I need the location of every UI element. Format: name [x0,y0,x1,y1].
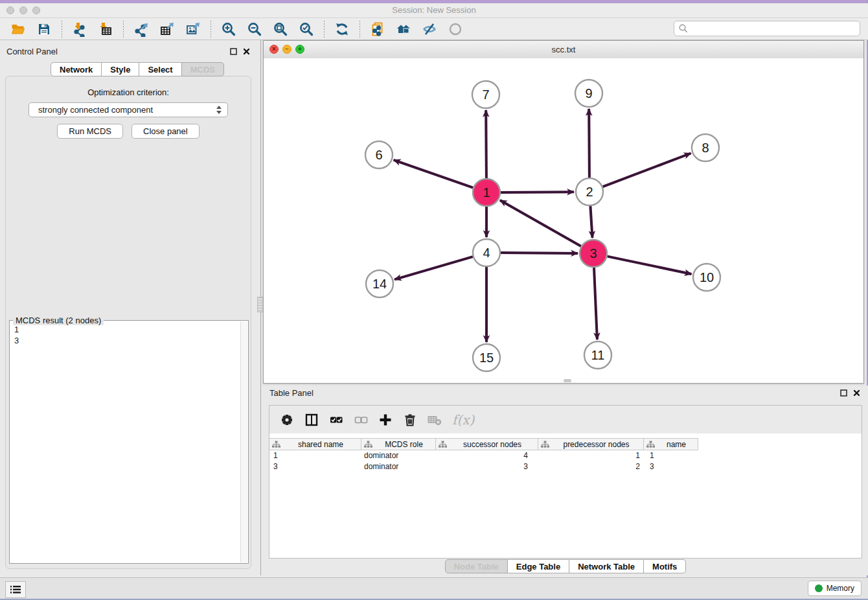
edge-1-7[interactable] [486,110,486,178]
panel-splitter[interactable] [257,40,263,575]
edge-3-11[interactable] [594,268,597,340]
node-7[interactable]: 7 [472,81,499,108]
memory-button[interactable]: Memory [808,581,862,596]
delete-column-icon[interactable] [399,410,421,430]
edge-2-8[interactable] [603,154,691,187]
network-window-titlebar[interactable]: × − + scc.txt [264,41,863,59]
tab-edge-table[interactable]: Edge Table [508,559,569,573]
first-neighbors-icon[interactable] [393,19,415,39]
tab-node-table[interactable]: Node Table [445,559,508,573]
deselect-all-checkboxes-icon[interactable] [350,410,372,430]
node-3[interactable]: 3 [580,240,607,267]
node-10[interactable]: 10 [693,264,720,291]
edge-4-14[interactable] [394,257,473,279]
close-panel-icon[interactable] [243,48,250,55]
node-9[interactable]: 9 [575,80,602,107]
import-network-icon[interactable] [69,19,91,39]
search-input[interactable] [689,23,860,34]
table-cell[interactable]: 1 [538,450,644,461]
network-canvas[interactable]: 7968124314101511 [264,58,863,383]
node-14[interactable]: 14 [366,270,393,297]
add-column-icon[interactable] [374,410,396,430]
function-builder-icon[interactable]: f(x) [452,412,474,428]
task-history-button[interactable] [5,581,26,598]
table-panel-title: Table Panel [269,388,314,398]
hide-selected-icon[interactable] [418,19,440,39]
tab-mcds[interactable]: MCDS [182,62,224,76]
edge-2-3[interactable] [590,206,592,238]
column-header-name[interactable]: name [644,438,698,450]
result-scrollbar[interactable] [240,321,247,562]
close-panel-icon[interactable] [853,389,860,397]
toolbar-separator [360,21,360,38]
tab-style[interactable]: Style [102,62,139,76]
edge-3-1[interactable] [500,200,581,246]
column-header-successor-nodes[interactable]: successor nodes [436,438,538,450]
column-header-MCDS-role[interactable]: MCDS role [361,438,436,450]
node-11[interactable]: 11 [584,341,611,369]
svg-text:9: 9 [585,86,592,100]
node-2[interactable]: 2 [576,178,603,205]
column-header-shared-name[interactable]: shared name [269,438,361,450]
tab-network[interactable]: Network [51,62,102,76]
close-panel-button[interactable]: Close panel [131,124,200,139]
table-row[interactable]: 1dominator411 [269,450,862,461]
table-cell[interactable]: dominator [361,461,436,472]
table-cell[interactable]: 1 [269,450,361,461]
select-all-checkboxes-icon[interactable] [325,410,347,430]
window-titlebar: Session: New Session [0,3,868,18]
settings-gear-icon[interactable] [276,410,298,430]
open-session-icon[interactable] [7,19,29,39]
apply-layout-icon[interactable] [331,19,353,39]
node-4[interactable]: 4 [473,239,500,266]
run-mcds-button[interactable]: Run MCDS [57,124,123,139]
table-panel-tabs: Node TableEdge TableNetwork TableMotifs [263,559,868,573]
table-cell[interactable]: 4 [436,450,538,461]
svg-text:14: 14 [372,277,387,291]
edge-4-3[interactable] [501,253,578,253]
show-all-icon[interactable] [444,19,466,39]
optimization-criterion-dropdown[interactable]: strongly connected component [29,102,228,117]
table-toolbar: f(x) [269,406,862,433]
node-1[interactable]: 1 [473,179,500,206]
control-panel-tabs: NetworkStyleSelectMCDS [51,62,224,76]
save-session-icon[interactable] [33,19,55,39]
table-cell[interactable]: 1 [644,450,698,461]
chevron-up-down-icon [216,106,222,114]
network-hscrollbar[interactable] [564,379,571,382]
zoom-out-icon[interactable] [244,19,266,39]
table-cell[interactable]: 3 [644,461,698,472]
tab-network-table[interactable]: Network Table [569,559,644,573]
zoom-in-icon[interactable] [218,19,240,39]
float-panel-icon[interactable] [840,389,847,397]
edge-3-10[interactable] [608,257,692,274]
table-cell[interactable]: 3 [269,461,361,472]
node-15[interactable]: 15 [473,344,500,371]
export-image-icon[interactable] [182,19,204,39]
export-table-icon[interactable] [156,19,178,39]
main-toolbar [0,18,868,40]
search-box[interactable] [674,21,860,36]
zoom-selected-icon[interactable] [295,19,317,39]
tab-motifs[interactable]: Motifs [644,559,686,573]
svg-text:4: 4 [483,246,490,260]
edge-2-9[interactable] [589,109,589,178]
table-cell[interactable]: 3 [436,461,538,472]
node-8[interactable]: 8 [692,134,719,161]
edge-1-6[interactable] [394,160,474,188]
export-network-icon[interactable] [130,19,152,39]
new-network-from-selection-icon[interactable] [367,19,389,39]
tab-select[interactable]: Select [139,62,181,76]
float-panel-icon[interactable] [230,48,237,55]
zoom-fit-icon[interactable] [269,19,291,39]
edge-1-2[interactable] [501,192,574,192]
table-cell[interactable]: dominator [361,450,436,461]
node-6[interactable]: 6 [365,141,393,168]
column-view-icon[interactable] [301,410,323,430]
table-row[interactable]: 3dominator323 [269,461,862,472]
import-table-icon[interactable] [95,19,117,39]
column-header-predecessor-nodes[interactable]: predecessor nodes [538,438,644,450]
delete-table-icon[interactable] [424,410,446,430]
table-cell[interactable]: 2 [538,461,644,472]
control-panel: Control Panel NetworkStyleSelectMCDS Opt… [0,44,257,575]
